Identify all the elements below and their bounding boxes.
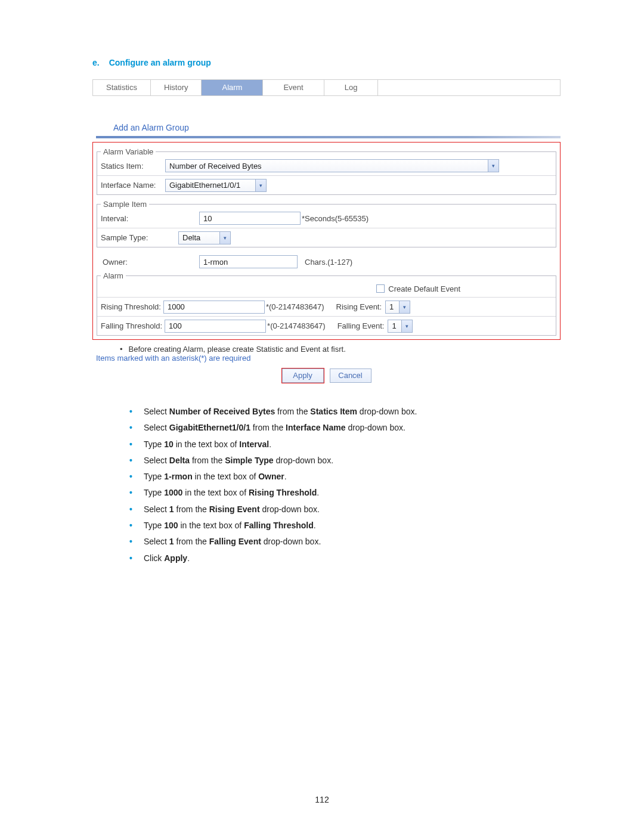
sample-item-legend: Sample Item [101,200,149,209]
create-default-event-label: Create Default Event [388,284,460,293]
statics-item-label: Statics Item: [101,162,165,171]
interface-name-select[interactable]: GigabitEthernet1/0/1 ▾ [165,179,267,192]
title-underline [96,136,561,138]
chevron-down-icon: ▾ [401,320,412,332]
form-highlight-box: Alarm Variable Statics Item: Number of R… [92,142,561,340]
form-note: Before creating Alarm, please create Sta… [92,340,561,354]
falling-range-hint: *(0-2147483647) [267,321,326,330]
owner-hint: Chars.(1-127) [305,258,352,267]
falling-threshold-label: Falling Threshold: [101,321,162,330]
chevron-down-icon: ▾ [255,179,266,191]
alarm-variable-group: Alarm Variable Statics Item: Number of R… [97,147,556,195]
alarm-group: Alarm Create Default Event Rising Thresh… [97,271,556,336]
instruction-item: Type 1000 in the text box of Rising Thre… [117,485,561,501]
section-heading: e.Configure an alarm group [92,58,561,67]
tab-event[interactable]: Event [263,80,324,95]
interval-value: 10 [200,214,300,223]
statics-item-value: Number of Received Bytes [166,162,488,171]
alarm-legend: Alarm [101,271,126,280]
owner-value: 1-rmon [200,258,297,267]
rising-event-label: Rising Event: [336,302,382,311]
interface-name-label: Interface Name: [101,181,165,190]
chevron-down-icon: ▾ [219,232,230,244]
create-default-event-checkbox[interactable] [376,284,385,293]
falling-threshold-input[interactable]: 100 [165,320,266,333]
step-title: Configure an alarm group [109,58,211,67]
button-row: Apply Cancel [92,368,561,383]
interval-input[interactable]: 10 [199,212,301,225]
required-note: Items marked with an asterisk(*) are req… [92,354,561,363]
instruction-item: Select Number of Received Bytes from the… [117,404,561,420]
tab-log[interactable]: Log [324,80,379,95]
sample-type-value: Delta [179,233,219,242]
interval-label: Interval: [101,214,199,223]
falling-event-select[interactable]: 1 ▾ [388,320,413,333]
falling-threshold-value: 100 [165,321,265,330]
cancel-button[interactable]: Cancel [330,368,371,383]
sample-item-group: Sample Item Interval: 10 *Seconds(5-6553… [97,200,556,247]
interface-name-value: GigabitEthernet1/0/1 [166,181,255,190]
chevron-down-icon: ▾ [488,160,499,172]
sample-type-select[interactable]: Delta ▾ [178,231,231,244]
interval-hint: *Seconds(5-65535) [302,214,369,223]
instruction-item: Click Apply. [117,550,561,566]
sample-type-label: Sample Type: [101,233,178,242]
owner-label: Owner: [103,258,199,267]
rising-range-hint: *(0-2147483647) [266,302,324,311]
owner-input[interactable]: 1-rmon [199,255,298,268]
instruction-item: Type 100 in the text box of Falling Thre… [117,518,561,534]
instruction-item: Select Delta from the Simple Type drop-d… [117,453,561,469]
page-number: 112 [0,795,644,804]
falling-event-label: Falling Event: [338,321,385,330]
apply-button[interactable]: Apply [282,368,324,383]
tab-history[interactable]: History [151,80,202,95]
alarm-variable-legend: Alarm Variable [101,147,156,156]
rising-threshold-label: Rising Threshold: [101,302,161,311]
tab-statistics[interactable]: Statistics [93,80,151,95]
rising-event-value: 1 [386,302,399,311]
tab-strip: Statistics History Alarm Event Log [92,79,561,96]
tab-alarm[interactable]: Alarm [202,80,263,95]
instruction-item: Select 1 from the Falling Event drop-dow… [117,534,561,550]
rising-threshold-input[interactable]: 1000 [163,301,265,314]
chevron-down-icon: ▾ [399,301,410,313]
step-marker: e. [92,58,100,67]
instruction-item: Type 10 in the text box of Interval. [117,436,561,453]
rising-threshold-value: 1000 [164,302,264,311]
subpage-title: Add an Alarm Group [113,123,561,132]
instruction-item: Select GigabitEthernet1/0/1 from the Int… [117,420,561,436]
instruction-item: Type 1-rmon in the text box of Owner. [117,469,561,485]
rising-event-select[interactable]: 1 ▾ [385,301,410,314]
instruction-item: Select 1 from the Rising Event drop-down… [117,501,561,518]
instruction-list: Select Number of Received Bytes from the… [92,404,561,566]
falling-event-value: 1 [388,321,401,330]
statics-item-select[interactable]: Number of Received Bytes ▾ [165,159,499,172]
